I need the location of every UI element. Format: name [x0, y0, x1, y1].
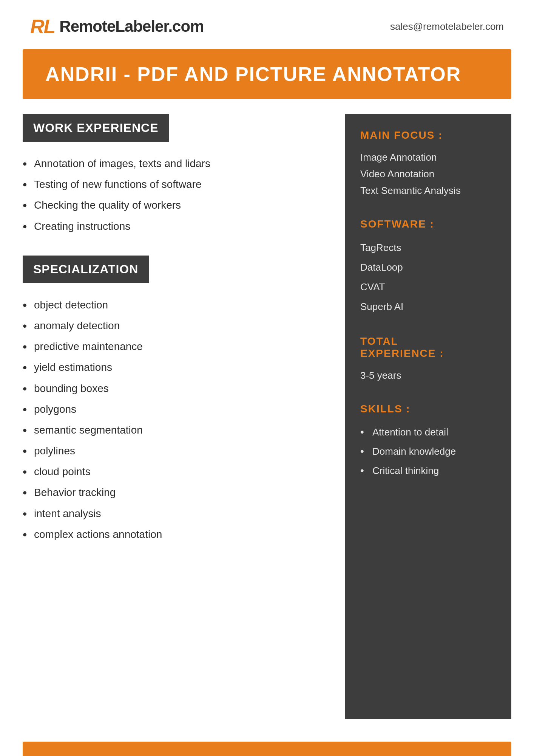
right-column: MAIN FOCUS : Image Annotation Video Anno… [345, 114, 511, 719]
skills-list: Attention to detailDomain knowledgeCriti… [360, 423, 496, 480]
work-experience-header: WORK EXPERIENCE [23, 114, 169, 142]
header-email: sales@remotelabeler.com [390, 21, 504, 33]
left-column: WORK EXPERIENCE Annotation of images, te… [23, 114, 345, 719]
main-focus-section: MAIN FOCUS : Image Annotation Video Anno… [360, 129, 496, 199]
page: RL RemoteLabeler.com sales@remotelabeler… [0, 0, 534, 756]
list-item: Creating instructions [23, 216, 330, 237]
skills-title: SKILLS : [360, 403, 496, 415]
list-item: Annotation of images, texts and lidars [23, 153, 330, 174]
page-title: ANDRII - PDF AND PICTURE ANNOTATOR [45, 63, 489, 85]
list-item: Testing of new functions of software [23, 174, 330, 195]
specialization-list: object detectionanomaly detectionpredict… [23, 294, 330, 545]
logo-area: RL RemoteLabeler.com [30, 15, 204, 38]
list-item: Behavior tracking [23, 482, 330, 503]
title-banner: ANDRII - PDF AND PICTURE ANNOTATOR [23, 49, 511, 99]
total-experience-section: TOTALEXPERIENCE : 3-5 years [360, 335, 496, 384]
list-item: Domain knowledge [360, 442, 496, 461]
list-item: Superb AI [360, 297, 496, 316]
list-item: polylines [23, 440, 330, 461]
list-item: Critical thinking [360, 461, 496, 480]
list-item: yield estimations [23, 357, 330, 378]
list-item: polygons [23, 399, 330, 420]
list-item: cloud points [23, 461, 330, 482]
list-item: CVAT [360, 277, 496, 297]
header: RL RemoteLabeler.com sales@remotelabeler… [0, 0, 534, 49]
main-focus-content: Image Annotation Video Annotation Text S… [360, 149, 496, 199]
list-item: bounding boxes [23, 378, 330, 399]
main-focus-title: MAIN FOCUS : [360, 129, 496, 141]
list-item: anomaly detection [23, 315, 330, 336]
specialization-header: SPECIALIZATION [23, 256, 149, 283]
software-title: SOFTWARE : [360, 218, 496, 230]
main-content: WORK EXPERIENCE Annotation of images, te… [0, 99, 534, 734]
list-item: Checking the quality of workers [23, 195, 330, 215]
work-experience-list: Annotation of images, texts and lidarsTe… [23, 153, 330, 237]
list-item: TagRects [360, 238, 496, 257]
work-experience-section: WORK EXPERIENCE Annotation of images, te… [23, 114, 330, 237]
list-item: predictive maintenance [23, 336, 330, 357]
specialization-section: SPECIALIZATION object detectionanomaly d… [23, 256, 330, 545]
skills-section: SKILLS : Attention to detailDomain knowl… [360, 403, 496, 480]
list-item: semantic segmentation [23, 420, 330, 440]
software-section: SOFTWARE : TagRectsDataLoopCVATSuperb AI [360, 218, 496, 317]
footer-banner: Hire this annotator at RemoteLabeler.com [23, 742, 511, 756]
total-experience-title: TOTALEXPERIENCE : [360, 335, 496, 359]
list-item: complex actions annotation [23, 524, 330, 545]
logo-letters: RL [30, 15, 55, 38]
software-list: TagRectsDataLoopCVATSuperb AI [360, 238, 496, 317]
list-item: intent analysis [23, 503, 330, 524]
list-item: DataLoop [360, 257, 496, 277]
logo-name: RemoteLabeler.com [59, 17, 204, 36]
total-experience-value: 3-5 years [360, 367, 496, 384]
list-item: object detection [23, 294, 330, 315]
list-item: Attention to detail [360, 423, 496, 442]
